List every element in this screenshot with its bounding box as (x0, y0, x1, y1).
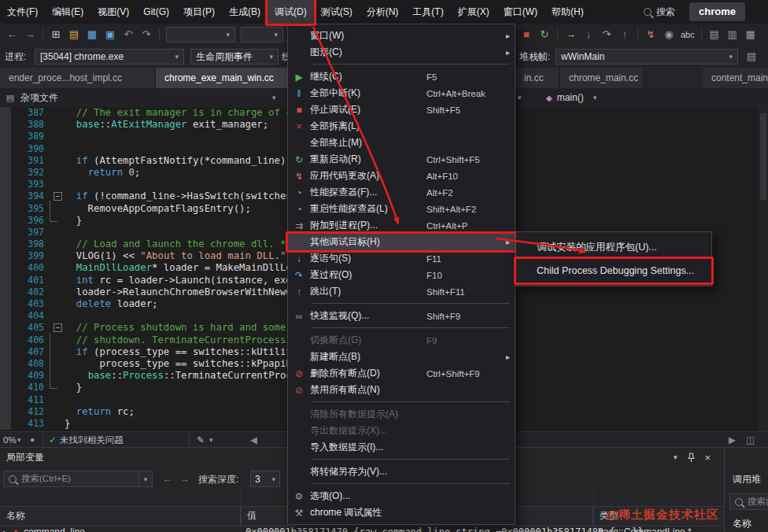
debug-menu-item[interactable]: 导出数据提示(X)... (288, 423, 515, 439)
member-dropdown[interactable]: ◆ main() ▾ (546, 88, 596, 107)
debug-menu-item[interactable]: ↑跳出(T)Shift+F11 (288, 283, 515, 300)
debug-menu-item[interactable]: ×全部拆离(L) (288, 118, 515, 135)
debug-menu-item[interactable]: 其他调试目标(H)▸ (288, 234, 515, 250)
breakpoint-margin[interactable] (0, 238, 11, 250)
nav-forward-icon[interactable]: → (21, 26, 39, 43)
debug-menu-item[interactable]: ■停止调试(E)Shift+F5 (288, 102, 515, 118)
output-window-icon[interactable]: ▤ (706, 26, 723, 43)
tab-active[interactable]: chrome_exe_main_win.cc (156, 68, 305, 88)
restart-debug-icon[interactable]: ↻ (536, 26, 553, 43)
callstack-search-input[interactable]: 搜索(Ctrl+E) (729, 493, 768, 510)
show-next-statement-icon[interactable]: → (562, 26, 579, 43)
undo-icon[interactable]: ↶ (120, 26, 137, 43)
project-dropdown[interactable]: ▤ 杂项文件 (5, 88, 58, 107)
menubar-item[interactable]: 帮助(H) (545, 0, 591, 24)
breakpoints-window-icon[interactable]: ◉ (660, 26, 678, 43)
menubar-item[interactable]: 扩展(X) (451, 0, 497, 24)
breakpoint-margin[interactable] (0, 275, 11, 286)
breakpoint-margin[interactable] (0, 346, 11, 358)
breakpoint-margin[interactable] (0, 203, 11, 215)
pin-icon[interactable] (687, 453, 696, 463)
type-dropdown-caret[interactable]: ▾ (518, 88, 522, 107)
debug-menu-item[interactable]: ⊘删除所有断点(D)Ctrl+Shift+F9 (288, 365, 515, 382)
menubar-item[interactable]: 编辑(E) (45, 0, 90, 24)
menubar-item[interactable]: 生成(B) (222, 0, 268, 24)
breakpoint-margin[interactable] (0, 334, 11, 346)
search-next-icon[interactable]: → (179, 470, 190, 489)
abc-icon[interactable]: abc (678, 26, 697, 43)
breakpoint-margin[interactable] (0, 298, 11, 310)
save-icon[interactable]: ▦ (83, 26, 101, 43)
save-all-icon[interactable]: ▣ (102, 26, 119, 43)
titlebar-search[interactable]: 搜索 (639, 0, 675, 24)
breakpoint-margin[interactable] (0, 107, 11, 119)
chevron-down-icon[interactable]: ▾ (139, 475, 152, 483)
zoom-control[interactable]: 0% (3, 432, 17, 448)
debug-menu-item[interactable]: ⚒chrome 调试属性 (288, 504, 515, 521)
breakpoint-margin[interactable] (0, 358, 11, 370)
breakpoint-margin[interactable] (0, 190, 11, 202)
breakpoint-margin[interactable] (0, 250, 11, 262)
menubar-item[interactable]: 视图(V) (90, 0, 136, 24)
breakpoint-margin[interactable] (0, 310, 11, 322)
window-position-icon[interactable]: ▾ (674, 453, 678, 461)
step-over-icon[interactable]: ↷ (598, 26, 615, 43)
lifecycle-events-button[interactable]: 生命周期事件 ▾ (190, 49, 279, 65)
new-file-icon[interactable]: ⊞ (47, 26, 65, 43)
debug-menu-item[interactable]: 图形(C)▸ (288, 44, 515, 61)
fold-collapse-icon[interactable]: − (54, 323, 62, 332)
platform-combo[interactable]: ▾ (241, 27, 283, 42)
edit-indicator-icon[interactable]: ✎ (197, 432, 205, 448)
column-header-name[interactable]: 名称 (0, 507, 241, 526)
menubar-item[interactable]: 工具(T) (405, 0, 450, 24)
step-out-icon[interactable]: ↑ (616, 26, 633, 43)
breakpoint-margin[interactable] (0, 262, 11, 274)
debug-menu-item[interactable]: ↻重新启动(R)Ctrl+Shift+F5 (288, 151, 515, 168)
menubar-item[interactable]: 文件(F) (0, 0, 45, 24)
breakpoint-margin[interactable] (0, 382, 11, 393)
breakpoint-margin[interactable] (0, 418, 11, 430)
breakpoint-margin[interactable] (0, 394, 11, 406)
debug-menu-item[interactable]: ↷逐过程(O)F10 (288, 267, 515, 283)
configuration-combo[interactable]: ▾ (166, 27, 235, 42)
locals-search-input[interactable]: 搜索(Ctrl+E) ▾ (3, 471, 153, 487)
breakpoint-margin[interactable] (0, 131, 11, 142)
stackframe-options-icon[interactable]: ▤ (743, 48, 760, 65)
close-icon[interactable]: × (705, 452, 711, 464)
tab-item[interactable]: content_main.cc (703, 68, 768, 88)
debug-menu-item[interactable]: ⊘禁用所有断点(N) (288, 382, 515, 398)
submenu-item[interactable]: 调试安装的应用程序包(U)... (516, 235, 711, 259)
debug-menu-item[interactable]: 切换断点(G)F9 (288, 332, 515, 349)
debug-menu-item[interactable]: 导入数据提示(I)... (288, 439, 515, 456)
scroll-right-icon[interactable]: ▶ (729, 432, 736, 448)
split-editor-icon[interactable]: ◫ (746, 432, 755, 448)
tab-item[interactable]: chrome_main.cc (560, 68, 644, 88)
chevron-down-icon[interactable]: ▾ (17, 432, 21, 448)
expander-icon[interactable]: ▸ (3, 525, 7, 532)
menubar-item[interactable]: Git(G) (136, 0, 176, 24)
submenu-item[interactable]: Child Process Debugging Settings... (516, 259, 711, 283)
menubar-item[interactable]: 测试(S) (314, 0, 360, 24)
breakpoint-margin[interactable] (0, 286, 11, 298)
debug-menu-item[interactable]: ⚙选项(O)... (288, 488, 515, 504)
nav-back-icon[interactable]: ← (3, 26, 20, 43)
health-text[interactable]: 未找到相关问题 (60, 432, 124, 448)
breakpoint-margin[interactable] (0, 119, 11, 131)
menubar-item-debug[interactable]: 调试(D) (268, 0, 314, 24)
breakpoint-margin[interactable] (0, 406, 11, 418)
breakpoint-margin[interactable] (0, 143, 11, 155)
open-file-icon[interactable]: ▤ (65, 26, 83, 43)
menubar-item[interactable]: 分析(N) (360, 0, 406, 24)
scroll-left-icon[interactable]: ◀ (250, 432, 257, 448)
breakpoint-margin[interactable] (0, 322, 11, 334)
debug-menu-item[interactable]: ↓逐语句(S)F11 (288, 250, 515, 267)
debug-menu-item[interactable]: ‖全部中断(K)Ctrl+Alt+Break (288, 85, 515, 102)
locals-row[interactable]: ▸ ● command_line 0x000001b358171470 {raw… (0, 525, 724, 532)
debug-menu-item[interactable]: 清除所有数据提示(A) (288, 406, 515, 423)
breakpoint-margin[interactable] (0, 155, 11, 167)
breakpoint-margin[interactable] (0, 167, 11, 179)
tab-item[interactable]: in.cc (515, 68, 559, 88)
scrollbar-thumb[interactable] (760, 113, 766, 200)
debug-menu-item[interactable]: 全部终止(M) (288, 135, 515, 151)
debug-menu-item[interactable]: ∞快速监视(Q)...Shift+F9 (288, 308, 515, 324)
